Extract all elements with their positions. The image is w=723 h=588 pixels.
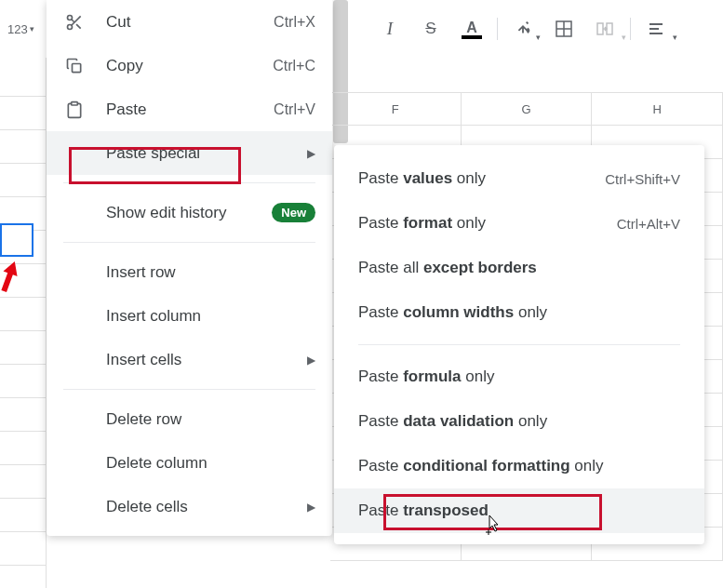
paste-transposed-item[interactable]: Paste transposed (334, 488, 704, 533)
paste-formula-only-item[interactable]: Paste formula only (334, 354, 704, 399)
delete-column-menu-item[interactable]: Delete column (47, 441, 332, 485)
menu-label: Insert row (106, 263, 315, 282)
paste-column-widths-item[interactable]: Paste column widths only (334, 290, 704, 335)
menu-label: Insert column (106, 307, 315, 326)
submenu-label: Paste formula only (358, 368, 680, 386)
chevron-right-icon: ▶ (307, 147, 315, 160)
copy-menu-item[interactable]: Copy Ctrl+C (47, 44, 332, 87)
insert-column-menu-item[interactable]: Insert column (47, 294, 332, 338)
submenu-label: Paste column widths only (358, 303, 680, 322)
paste-except-borders-item[interactable]: Paste all except borders (334, 246, 704, 290)
menu-label: Cut (106, 13, 274, 32)
chevron-right-icon: ▶ (307, 354, 315, 367)
svg-point-9 (68, 24, 73, 29)
borders-button[interactable] (544, 10, 583, 47)
scissors-icon (63, 11, 86, 33)
svg-rect-13 (73, 63, 81, 72)
svg-rect-14 (72, 101, 78, 104)
delete-row-menu-item[interactable]: Delete row (47, 397, 332, 441)
delete-cells-menu-item[interactable]: Delete cells ▶ (47, 485, 332, 528)
format-number-button[interactable]: 123▾ (4, 22, 38, 36)
selected-cell[interactable] (0, 223, 33, 257)
show-edit-history-menu-item[interactable]: Show edit history New (47, 191, 332, 234)
strikethrough-button[interactable]: S (411, 10, 450, 47)
submenu-label: Paste values only (358, 169, 605, 188)
cut-menu-item[interactable]: Cut Ctrl+X (47, 0, 332, 44)
italic-button[interactable]: I (370, 10, 409, 47)
column-header-h[interactable]: H (592, 93, 723, 125)
fill-color-button[interactable]: ▾ (503, 10, 542, 47)
svg-rect-3 (597, 23, 603, 34)
red-arrow-annotation (0, 261, 19, 292)
menu-label: Delete cells (106, 498, 307, 516)
menu-label: Insert cells (106, 351, 307, 369)
insert-row-menu-item[interactable]: Insert row (47, 250, 332, 294)
submenu-label: Paste conditional formatting only (358, 457, 680, 475)
menu-label: Paste special (106, 144, 307, 163)
paste-format-only-item[interactable]: Paste format only Ctrl+Alt+V (334, 201, 704, 246)
menu-label: Show edit history (106, 204, 272, 222)
chevron-right-icon: ▶ (307, 501, 315, 514)
menu-shortcut: Ctrl+V (274, 101, 315, 118)
context-menu: Cut Ctrl+X Copy Ctrl+C Paste Ctrl+V Past… (47, 0, 332, 536)
insert-cells-menu-item[interactable]: Insert cells ▶ (47, 338, 332, 381)
copy-icon (63, 55, 86, 77)
menu-shortcut: Ctrl+C (273, 58, 315, 74)
menu-shortcut: Ctrl+X (274, 14, 315, 31)
merge-cells-button[interactable]: ▾ (585, 10, 624, 47)
column-header-g[interactable]: G (462, 93, 593, 125)
svg-line-12 (72, 19, 74, 21)
paste-special-menu-item[interactable]: Paste special ▶ (47, 131, 332, 175)
text-color-button[interactable]: A (452, 10, 491, 47)
submenu-shortcut: Ctrl+Alt+V (617, 216, 680, 232)
clipboard-icon (63, 99, 86, 121)
paste-menu-item[interactable]: Paste Ctrl+V (47, 87, 332, 131)
paste-data-validation-item[interactable]: Paste data validation only (334, 399, 704, 444)
svg-point-8 (68, 15, 73, 20)
menu-label: Delete row (106, 410, 315, 429)
menu-label: Paste (106, 100, 274, 119)
toolbar-formatting: I S A ▾ ▾ ▾ (370, 0, 676, 58)
submenu-label: Paste all except borders (358, 259, 680, 277)
horizontal-align-button[interactable]: ▾ (636, 10, 676, 47)
menu-label: Copy (106, 57, 273, 75)
submenu-label: Paste data validation only (358, 412, 680, 431)
submenu-shortcut: Ctrl+Shift+V (605, 171, 680, 187)
row-headers-area (0, 58, 47, 588)
submenu-label: Paste transposed (358, 501, 680, 520)
paste-special-submenu: Paste values only Ctrl+Shift+V Paste for… (334, 145, 704, 544)
submenu-label: Paste format only (358, 214, 617, 233)
menu-label: Delete column (106, 454, 315, 473)
svg-line-11 (76, 24, 81, 29)
paste-values-only-item[interactable]: Paste values only Ctrl+Shift+V (334, 156, 704, 201)
column-header-f[interactable]: F (330, 93, 462, 125)
column-headers: F G H (330, 92, 723, 126)
new-badge: New (272, 203, 315, 222)
paste-conditional-formatting-item[interactable]: Paste conditional formatting only (334, 444, 704, 488)
